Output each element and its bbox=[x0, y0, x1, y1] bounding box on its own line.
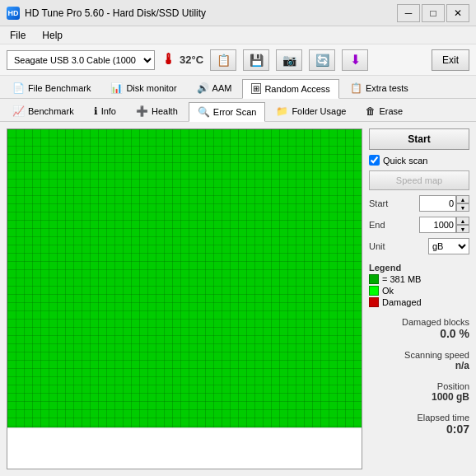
error-scan-icon: 🔍 bbox=[198, 106, 210, 118]
file-benchmark-icon: 📄 bbox=[12, 82, 25, 94]
legend-color-ok bbox=[369, 286, 379, 296]
camera-icon: 📷 bbox=[282, 54, 296, 67]
menu-help[interactable]: Help bbox=[39, 28, 66, 43]
start-down-button[interactable]: ▼ bbox=[456, 203, 469, 212]
info-button[interactable]: 📋 bbox=[210, 49, 236, 71]
unit-param-row: Unit gB MB bbox=[369, 238, 469, 254]
scanning-speed-value: n/a bbox=[369, 360, 469, 371]
save-icon: 💾 bbox=[250, 54, 264, 67]
quick-scan-checkbox[interactable] bbox=[369, 155, 380, 166]
legend-section: Legend = 381 MB Ok Damaged bbox=[369, 263, 469, 307]
end-up-button[interactable]: ▲ bbox=[456, 217, 469, 225]
unit-label: Unit bbox=[369, 241, 385, 251]
legend-item-2: Damaged bbox=[369, 297, 469, 307]
start-input[interactable] bbox=[419, 195, 456, 212]
start-label: Start bbox=[369, 198, 388, 208]
start-up-button[interactable]: ▲ bbox=[456, 195, 469, 203]
tab-info-label: Info bbox=[101, 106, 116, 116]
legend-item-0: = 381 MB bbox=[369, 274, 469, 284]
refresh-icon: 🔄 bbox=[315, 54, 329, 67]
legend-label-2: Damaged bbox=[382, 297, 422, 307]
start-button[interactable]: Start bbox=[369, 128, 469, 150]
toolbar: Seagate USB 3.0 Cable (1000 gB) 🌡 32°C 📋… bbox=[0, 44, 476, 76]
tab-error-scan[interactable]: 🔍 Error Scan bbox=[189, 102, 266, 122]
title-bar: HD HD Tune Pro 5.60 - Hard Disk/SSD Util… bbox=[0, 0, 476, 26]
tab-file-benchmark[interactable]: 📄 File Benchmark bbox=[3, 78, 100, 98]
tab-random-access[interactable]: ⊞ Random Access bbox=[242, 79, 338, 99]
exit-button[interactable]: Exit bbox=[432, 49, 469, 71]
tab-info[interactable]: ℹ Info bbox=[85, 101, 125, 121]
tab-benchmark[interactable]: 📈 Benchmark bbox=[3, 101, 83, 121]
minimize-button[interactable]: ─ bbox=[397, 4, 420, 22]
end-spinner: ▲ ▼ bbox=[456, 217, 469, 233]
tab-health-label: Health bbox=[152, 106, 178, 116]
tab-file-benchmark-label: File Benchmark bbox=[28, 83, 91, 93]
thermometer-icon: 🌡 bbox=[161, 51, 176, 68]
tab-aam[interactable]: 🔊 AAM bbox=[188, 78, 241, 98]
tab-erase[interactable]: 🗑 Erase bbox=[357, 101, 412, 121]
end-input-group: ▲ ▼ bbox=[419, 217, 469, 233]
tab-folder-usage-label: Folder Usage bbox=[292, 106, 346, 116]
temperature-value: 32°C bbox=[180, 54, 203, 66]
health-icon: ➕ bbox=[136, 105, 148, 117]
elapsed-time-label: Elapsed time bbox=[369, 413, 469, 422]
start-param-row: Start ▲ ▼ bbox=[369, 195, 469, 212]
close-button[interactable]: ✕ bbox=[446, 4, 469, 22]
drive-select[interactable]: Seagate USB 3.0 Cable (1000 gB) bbox=[7, 50, 155, 70]
tab-aam-label: AAM bbox=[212, 83, 232, 93]
menu-bar: File Help bbox=[0, 26, 476, 44]
save-button[interactable]: 💾 bbox=[243, 49, 269, 71]
screenshot-button[interactable]: 📷 bbox=[276, 49, 302, 71]
end-input[interactable] bbox=[419, 217, 456, 233]
elapsed-time-section: Elapsed time 0:07 bbox=[369, 413, 469, 436]
refresh-button[interactable]: 🔄 bbox=[309, 49, 335, 71]
tab-folder-usage[interactable]: 📁 Folder Usage bbox=[267, 101, 355, 121]
download-icon: ⬇ bbox=[350, 52, 361, 68]
menu-file[interactable]: File bbox=[7, 28, 29, 43]
main-content: Start Quick scan Speed map Start ▲ ▼ End bbox=[0, 122, 476, 476]
title-left: HD HD Tune Pro 5.60 - Hard Disk/SSD Util… bbox=[7, 7, 206, 20]
random-access-icon: ⊞ bbox=[251, 83, 261, 94]
app-icon: HD bbox=[7, 7, 20, 20]
end-param-row: End ▲ ▼ bbox=[369, 217, 469, 233]
info-tab-icon: ℹ bbox=[94, 105, 98, 117]
damaged-blocks-label: Damaged blocks bbox=[369, 317, 469, 327]
start-input-group: ▲ ▼ bbox=[419, 195, 469, 212]
tab-health[interactable]: ➕ Health bbox=[127, 101, 187, 121]
end-down-button[interactable]: ▼ bbox=[456, 225, 469, 233]
quick-scan-row: Quick scan bbox=[369, 155, 469, 166]
disk-monitor-icon: 📊 bbox=[110, 82, 123, 94]
legend-title: Legend bbox=[369, 263, 469, 273]
legend-color-ok-dark bbox=[369, 274, 379, 284]
position-section: Position 1000 gB bbox=[369, 381, 469, 403]
title-controls[interactable]: ─ □ ✕ bbox=[397, 4, 469, 22]
info-icon: 📋 bbox=[217, 54, 231, 67]
right-panel: Start Quick scan Speed map Start ▲ ▼ End bbox=[369, 122, 476, 476]
position-label: Position bbox=[369, 381, 469, 391]
legend-item-1: Ok bbox=[369, 286, 469, 296]
benchmark-icon: 📈 bbox=[12, 105, 25, 117]
tab-disk-monitor[interactable]: 📊 Disk monitor bbox=[101, 78, 185, 98]
aam-icon: 🔊 bbox=[197, 82, 209, 94]
erase-icon: 🗑 bbox=[366, 105, 376, 117]
unit-select[interactable]: gB MB bbox=[428, 238, 469, 254]
maximize-button[interactable]: □ bbox=[422, 4, 445, 22]
scanning-speed-section: Scanning speed n/a bbox=[369, 350, 469, 371]
position-value: 1000 gB bbox=[369, 391, 469, 403]
scanning-speed-label: Scanning speed bbox=[369, 350, 469, 360]
legend-label-0: = 381 MB bbox=[382, 274, 421, 284]
start-spinner: ▲ ▼ bbox=[456, 195, 469, 212]
extra-tests-icon: 📋 bbox=[350, 82, 362, 94]
speed-map-button[interactable]: Speed map bbox=[369, 170, 469, 190]
tab-random-access-label: Random Access bbox=[264, 84, 329, 94]
tab-disk-monitor-label: Disk monitor bbox=[126, 83, 176, 93]
tab-error-scan-label: Error Scan bbox=[213, 107, 257, 117]
tab-extra-tests[interactable]: 📋 Extra tests bbox=[341, 78, 418, 98]
damaged-blocks-value: 0.0 % bbox=[369, 327, 469, 340]
tabs-bottom: 📈 Benchmark ℹ Info ➕ Health 🔍 Error Scan… bbox=[0, 99, 476, 122]
tab-erase-label: Erase bbox=[379, 106, 403, 116]
end-label: End bbox=[369, 220, 385, 230]
download-button[interactable]: ⬇ bbox=[342, 49, 368, 71]
quick-scan-label[interactable]: Quick scan bbox=[383, 156, 427, 166]
tab-extra-tests-label: Extra tests bbox=[366, 83, 408, 93]
